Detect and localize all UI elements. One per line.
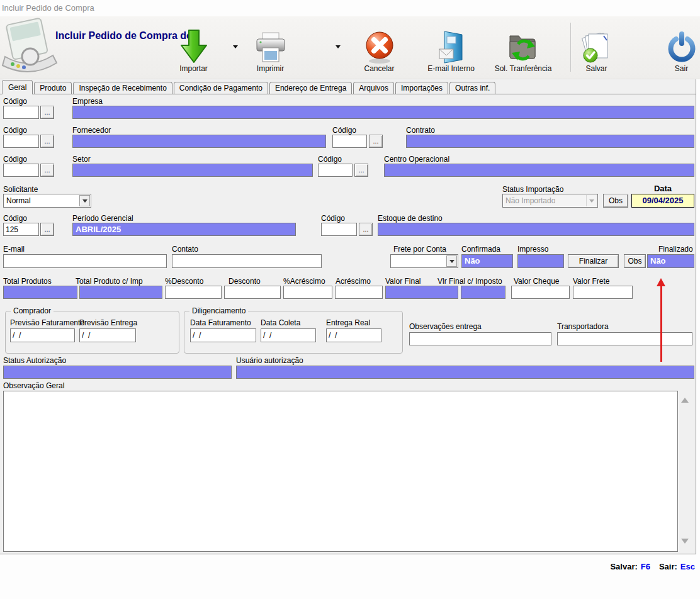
codigo-empresa-input[interactable]: [3, 106, 39, 119]
observacoes-entrega-input[interactable]: [409, 332, 551, 345]
chevron-down-icon: [589, 199, 594, 203]
finalizado-label: Finalizado: [658, 245, 693, 254]
annotation-arrow-line: [660, 286, 662, 362]
data-label: Data: [631, 184, 694, 193]
folder-refresh-icon: [507, 24, 539, 64]
email-label: E-mail: [3, 245, 25, 254]
status-importacao-select: Não Importado: [502, 194, 598, 208]
finalizado-field: Não: [647, 254, 694, 268]
codigo-setor-label: Código: [3, 155, 27, 164]
finalizar-button[interactable]: Finalizar: [568, 254, 619, 268]
contato-label: Contato: [172, 245, 198, 254]
salvar-hint-label: Salvar:: [610, 562, 637, 571]
periodo-gerencial-label: Período Gerencial: [72, 214, 133, 223]
cancelar-button[interactable]: Cancelar: [349, 21, 409, 74]
data-coleta-input[interactable]: [261, 328, 316, 342]
observacao-geral-textarea[interactable]: [3, 391, 678, 552]
cancel-x-icon: [364, 24, 395, 64]
codigo-empresa-browse-button[interactable]: ...: [40, 106, 54, 119]
tab-bar: Geral Produto Inspeção de Recebimento Co…: [0, 82, 696, 94]
frete-por-conta-dropdown-button[interactable]: [446, 255, 457, 267]
codigo-setor-browse-button[interactable]: ...: [40, 164, 54, 177]
contato-input[interactable]: [172, 254, 322, 268]
scroll-down-icon[interactable]: [681, 539, 689, 544]
importar-button[interactable]: Importar: [164, 21, 223, 74]
codigo-setor-input[interactable]: [3, 164, 39, 177]
codigo-centro-input[interactable]: [318, 164, 353, 177]
solicitante-dropdown-button[interactable]: [79, 195, 90, 206]
acrescimo-input[interactable]: [335, 286, 383, 299]
tab-outras-inf[interactable]: Outras inf.: [449, 82, 495, 94]
codigo-estoque-label: Código: [321, 214, 345, 223]
frete-por-conta-select[interactable]: [390, 254, 458, 268]
tab-condicao-de-pagamento[interactable]: Condição de Pagamento: [174, 82, 268, 94]
codigo-periodo-browse-button[interactable]: ...: [40, 223, 54, 236]
valor-frete-input[interactable]: [573, 286, 633, 299]
status-autorizacao-label: Status Autorização: [3, 356, 66, 365]
codigo-centro-browse-button[interactable]: ...: [354, 164, 368, 177]
valor-cheque-input[interactable]: [511, 286, 570, 299]
codigo-periodo-input[interactable]: [3, 223, 39, 236]
empresa-label: Empresa: [72, 97, 103, 106]
codigo-contrato-browse-button[interactable]: ...: [369, 135, 383, 148]
data-faturamento-input[interactable]: [190, 328, 256, 342]
desconto-label: Desconto: [229, 277, 261, 286]
email-input[interactable]: [3, 254, 167, 268]
codigo-empresa-label: Código: [3, 97, 27, 106]
sol-tranferencia-button[interactable]: Sol. Tranferência: [486, 21, 560, 74]
tab-endereco-de-entrega[interactable]: Endereço de Entrega: [269, 82, 352, 94]
transportadora-input[interactable]: [557, 332, 692, 345]
usuario-autorizacao-label: Usuário autorização: [236, 356, 303, 365]
salvar-hint-key: F6: [641, 562, 650, 571]
importar-dropdown-caret-icon[interactable]: [233, 45, 238, 48]
solicitante-value: Normal: [6, 196, 31, 205]
pct-acrescimo-input[interactable]: [283, 286, 332, 299]
obs-finalizado-button[interactable]: Obs: [624, 254, 646, 268]
import-arrow-icon: [179, 24, 208, 64]
codigo-estoque-input[interactable]: [321, 223, 357, 236]
centro-operacional-field: [384, 164, 694, 177]
imprimir-button[interactable]: Imprimir: [240, 21, 300, 74]
setor-field: [72, 164, 313, 177]
codigo-fornecedor-input[interactable]: [3, 135, 39, 148]
status-autorizacao-field: [3, 366, 232, 379]
previsao-entrega-input[interactable]: [79, 328, 136, 342]
desconto-input[interactable]: [224, 286, 281, 299]
codigo-contrato-input[interactable]: [332, 135, 367, 148]
centro-operacional-label: Centro Operacional: [384, 155, 449, 164]
codigo-fornecedor-browse-button[interactable]: ...: [40, 135, 54, 148]
codigo-estoque-browse-button[interactable]: ...: [359, 223, 373, 236]
previsao-faturamento-input[interactable]: [10, 328, 75, 342]
observacoes-entrega-label: Observações entrega: [409, 322, 482, 331]
estoque-destino-field: [378, 223, 694, 236]
usuario-autorizacao-field: [236, 366, 694, 379]
email-interno-button[interactable]: E-mail Interno: [418, 21, 484, 74]
fornecedor-field: [72, 135, 326, 148]
sair-hint-label: Sair:: [659, 562, 677, 571]
tab-geral[interactable]: Geral: [2, 80, 33, 94]
obs-importacao-button[interactable]: Obs: [603, 194, 628, 208]
codigo-periodo-label: Código: [3, 214, 27, 223]
entrega-real-input[interactable]: [326, 328, 381, 342]
pct-desconto-input[interactable]: [165, 286, 222, 299]
tab-arquivos[interactable]: Arquivos: [353, 82, 394, 94]
total-produto-imp-label: Total Produto c/ Imp: [76, 277, 143, 286]
data-field[interactable]: 09/04/2025: [631, 194, 694, 208]
salvar-button[interactable]: Salvar: [567, 21, 626, 74]
sair-button[interactable]: Sair: [652, 21, 700, 74]
imprimir-label: Imprimir: [257, 64, 284, 74]
imprimir-dropdown-caret-icon[interactable]: [336, 45, 341, 48]
window-title: Incluir Pedido de Compra: [2, 3, 94, 13]
tab-produto[interactable]: Produto: [34, 82, 72, 94]
tab-inspecao-de-recebimento[interactable]: Inspeção de Recebimento: [73, 82, 172, 94]
purchase-order-device-icon: [1, 18, 59, 76]
status-importacao-value: Não Importado: [505, 196, 555, 205]
confirmada-label: Confirmada: [461, 245, 500, 254]
scroll-up-icon[interactable]: [681, 398, 689, 403]
power-icon: [667, 24, 696, 64]
valor-final-label: Valor Final: [385, 277, 421, 286]
tab-importacoes[interactable]: Importações: [395, 82, 448, 94]
solicitante-select[interactable]: Normal: [3, 194, 91, 208]
fornecedor-label: Fornecedor: [72, 126, 111, 135]
codigo-contrato-label: Código: [332, 126, 356, 135]
